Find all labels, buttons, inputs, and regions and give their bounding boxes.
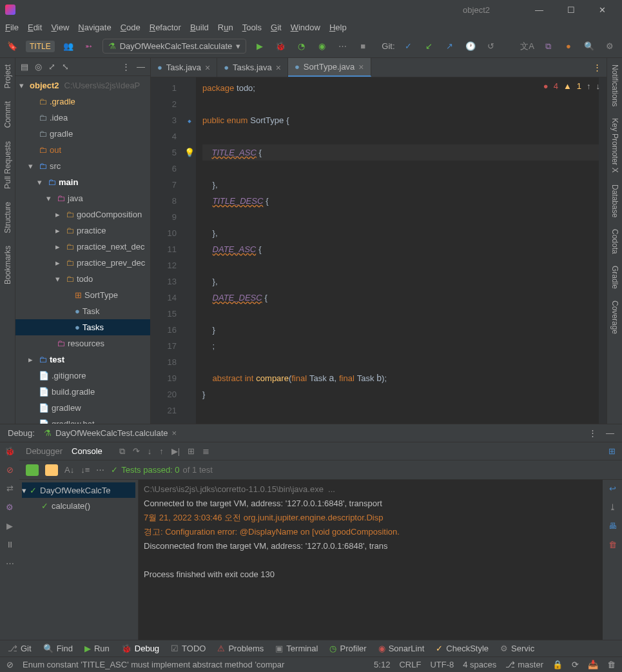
tree-item-sorttype[interactable]: ⊞SortType [15, 287, 150, 303]
run-config-selector[interactable]: ⚗ DayOfWeekCalcTest.calculate ▾ [102, 39, 247, 54]
file-badge[interactable]: TITLE [26, 41, 55, 52]
tree-item-todo[interactable]: ▾🗀todo [15, 271, 150, 287]
profile-button[interactable]: ◉ [315, 39, 329, 54]
project-view-icon[interactable]: ▤ [21, 62, 28, 72]
target-icon[interactable]: ◎ [35, 62, 42, 72]
bottom-tab-terminal[interactable]: ▣Terminal [275, 644, 318, 653]
more-icon[interactable]: ⋮ [122, 62, 130, 72]
inspection-widget[interactable]: ●4 ▲1 ↑ ↓ [543, 81, 600, 91]
project-tree[interactable]: ▾ object2 C:\Users\is2js\IdeaP 🗀.gradle🗀… [15, 76, 150, 424]
tree-item-out[interactable]: 🗀out [15, 142, 150, 158]
soft-wrap-icon[interactable]: ↩ [609, 484, 616, 493]
trash-icon[interactable]: 🗑 [607, 660, 616, 669]
run-to-cursor-icon[interactable]: ▶| [171, 446, 180, 457]
bottom-tab-problems[interactable]: ⚠Problems [217, 644, 264, 653]
left-tab-project[interactable]: Project [3, 64, 12, 88]
sync-icon[interactable]: ⟳ [572, 660, 579, 669]
tree-item-build.gradle[interactable]: 📄build.gradle [15, 384, 150, 400]
git-push-icon[interactable]: ↗ [443, 39, 457, 54]
bottom-tab-checkstyle[interactable]: ✓CheckStyle [436, 644, 489, 653]
git-commit-icon[interactable]: ↙ [422, 39, 436, 54]
pause-icon[interactable]: ⏸ [6, 540, 14, 549]
menu-help[interactable]: Help [329, 23, 347, 32]
next-highlight-icon[interactable]: ↓ [596, 81, 601, 91]
line-separator[interactable]: CRLF [399, 660, 421, 669]
error-stripe[interactable] [599, 77, 607, 424]
step-into-icon[interactable]: ↓ [148, 446, 152, 457]
bottom-tab-run[interactable]: ▶Run [84, 644, 110, 653]
step-over-icon[interactable]: ↷ [133, 446, 140, 457]
sort-duration-icon[interactable]: ↓≡ [81, 465, 90, 475]
tree-item-gradlew[interactable]: 📄gradlew [15, 400, 150, 416]
more-icon[interactable]: ⋯ [6, 558, 14, 568]
tree-item-.gitignore[interactable]: 📄.gitignore [15, 368, 150, 384]
tree-item-task[interactable]: ●Task [15, 303, 150, 319]
tabs-more-icon[interactable]: ⋮ [588, 58, 607, 77]
coverage-button[interactable]: ◔ [294, 39, 308, 54]
wand-icon[interactable]: ➵ [82, 39, 96, 54]
close-icon[interactable]: × [205, 63, 210, 73]
editor-tab-task.java[interactable]: ●Task.java× [151, 58, 217, 77]
bottom-tab-sonarlint[interactable]: ◉SonarLint [378, 644, 425, 653]
tree-item-goodcomposition[interactable]: ▸🗀goodComposition [15, 206, 150, 222]
bottom-tab-debug[interactable]: 🐞Debug [121, 644, 159, 653]
print-icon[interactable]: 🖶 [608, 521, 617, 531]
resume-icon[interactable]: ⇄ [6, 484, 14, 493]
console-output[interactable]: C:\Users\is2js\.jdks\corretto-11.0.15\bi… [139, 480, 603, 640]
ide-updates-icon[interactable]: ● [561, 39, 576, 54]
attach-button[interactable]: ⋯ [335, 39, 349, 54]
scroll-end-icon[interactable]: ⤓ [609, 502, 616, 512]
menu-refactor[interactable]: Refactor [150, 23, 181, 32]
hide-icon[interactable]: — [137, 62, 145, 72]
step-out-icon[interactable]: ↑ [159, 446, 164, 457]
right-tab-codota[interactable]: Codota [610, 229, 619, 254]
code-editor[interactable]: ●4 ▲1 ↑ ↓ 123456789101112131415161718192… [151, 77, 607, 424]
collapse-icon[interactable]: ⤡ [62, 62, 69, 72]
close-icon[interactable]: × [172, 428, 177, 438]
test-tree[interactable]: ▾✓ DayOfWeekCalcTe ✓ calculate() [19, 480, 139, 640]
menu-git[interactable]: Git [271, 23, 282, 32]
git-update-icon[interactable]: ✓ [402, 39, 416, 54]
translate-icon[interactable]: 文A [520, 39, 534, 54]
tab-console[interactable]: Console [72, 446, 102, 456]
inbox-icon[interactable]: 📥 [588, 660, 598, 669]
tree-item-tasks[interactable]: ●Tasks [15, 319, 150, 335]
indent[interactable]: 4 spaces [463, 660, 496, 669]
right-tab-gradle[interactable]: Gradle [610, 266, 619, 289]
step-icon[interactable]: ▶ [6, 521, 13, 531]
bottom-tab-git[interactable]: ⎇Git [8, 644, 32, 653]
tree-item-practice[interactable]: ▸🗀practice [15, 222, 150, 239]
code-with-me-icon[interactable]: ⧉ [541, 39, 555, 54]
menu-file[interactable]: File [5, 23, 19, 32]
menu-navigate[interactable]: Navigate [78, 23, 111, 32]
menu-view[interactable]: View [51, 23, 69, 32]
tree-item-java[interactable]: ▾🗀java [15, 190, 150, 206]
tree-item-.gradle[interactable]: 🗀.gradle [15, 94, 150, 110]
left-tab-commit[interactable]: Commit [3, 101, 12, 128]
bottom-tab-find[interactable]: 🔍Find [43, 644, 73, 653]
test-item[interactable]: ✓ calculate() [22, 498, 135, 513]
tab-debugger[interactable]: Debugger [26, 446, 63, 456]
rerun-icon[interactable]: 🐞 [5, 446, 15, 456]
left-tab-pull-requests[interactable]: Pull Requests [3, 141, 12, 189]
debug-session-tab[interactable]: ⚗ DayOfWeekCalcTest.calculate × [44, 428, 177, 438]
right-tab-database[interactable]: Database [610, 184, 619, 217]
settings-icon[interactable]: ⚙ [6, 502, 14, 512]
git-branch[interactable]: ⎇master [505, 660, 543, 669]
file-encoding[interactable]: UTF-8 [430, 660, 454, 669]
status-icon[interactable]: ⊘ [6, 660, 14, 669]
editor-tab-sorttype.java[interactable]: ●SortType.java× [288, 58, 371, 77]
sort-icon[interactable]: A↓ [64, 465, 74, 475]
git-history-icon[interactable]: 🕐 [463, 39, 478, 54]
bottom-tab-servic[interactable]: ⚙Servic [500, 644, 534, 653]
minimize-button[interactable]: — [525, 0, 554, 19]
more-icon[interactable]: ⋮ [588, 428, 597, 438]
evaluate-icon[interactable]: ⊞ [188, 446, 195, 457]
editor-tab-tasks.java[interactable]: ●Tasks.java× [217, 58, 288, 77]
right-tab-coverage[interactable]: Coverage [610, 301, 619, 334]
left-tab-bookmarks[interactable]: Bookmarks [3, 246, 12, 284]
menu-run[interactable]: Run [218, 23, 233, 32]
run-button[interactable]: ▶ [253, 39, 267, 54]
layout-settings-icon[interactable]: ⊞ [608, 446, 616, 456]
stop-icon[interactable]: ⊘ [6, 465, 14, 475]
